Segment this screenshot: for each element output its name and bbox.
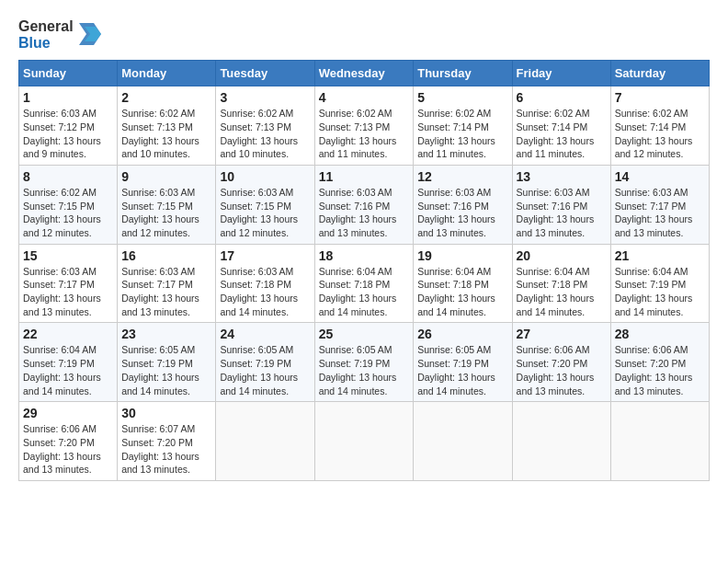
calendar-cell: 8 Sunrise: 6:02 AM Sunset: 7:15 PM Dayli…	[19, 165, 118, 244]
calendar-cell: 7 Sunrise: 6:02 AM Sunset: 7:14 PM Dayli…	[610, 86, 709, 166]
calendar-cell: 4 Sunrise: 6:02 AM Sunset: 7:13 PM Dayli…	[314, 86, 414, 166]
day-number: 24	[220, 327, 310, 341]
calendar-week-5: 29 Sunrise: 6:06 AM Sunset: 7:20 PM Dayl…	[19, 402, 710, 481]
day-number: 21	[615, 248, 705, 263]
day-info: Sunrise: 6:03 AM Sunset: 7:16 PM Dayligh…	[417, 186, 507, 240]
day-number: 13	[517, 169, 607, 184]
day-number: 17	[220, 248, 310, 263]
calendar-cell: 25 Sunrise: 6:05 AM Sunset: 7:19 PM Dayl…	[314, 323, 414, 402]
day-info: Sunrise: 6:03 AM Sunset: 7:16 PM Dayligh…	[319, 186, 410, 240]
day-info: Sunrise: 6:04 AM Sunset: 7:19 PM Dayligh…	[23, 343, 113, 397]
day-info: Sunrise: 6:03 AM Sunset: 7:17 PM Dayligh…	[121, 265, 211, 319]
day-number: 12	[417, 169, 507, 184]
day-number: 2	[121, 90, 211, 105]
day-number: 6	[517, 90, 607, 105]
calendar-cell: 17 Sunrise: 6:03 AM Sunset: 7:18 PM Dayl…	[216, 244, 314, 323]
day-info: Sunrise: 6:03 AM Sunset: 7:15 PM Dayligh…	[220, 186, 310, 240]
day-info: Sunrise: 6:06 AM Sunset: 7:20 PM Dayligh…	[23, 422, 113, 477]
calendar-cell: 19 Sunrise: 6:04 AM Sunset: 7:18 PM Dayl…	[414, 244, 512, 323]
calendar-cell: 2 Sunrise: 6:02 AM Sunset: 7:13 PM Dayli…	[118, 86, 216, 166]
calendar-header-thursday: Thursday	[414, 61, 512, 86]
calendar-cell: 10 Sunrise: 6:03 AM Sunset: 7:15 PM Dayl…	[216, 165, 314, 244]
day-info: Sunrise: 6:02 AM Sunset: 7:14 PM Dayligh…	[615, 107, 705, 161]
day-info: Sunrise: 6:03 AM Sunset: 7:15 PM Dayligh…	[121, 186, 211, 240]
day-info: Sunrise: 6:03 AM Sunset: 7:17 PM Dayligh…	[23, 265, 113, 319]
calendar-week-4: 22 Sunrise: 6:04 AM Sunset: 7:19 PM Dayl…	[19, 323, 710, 402]
calendar-cell: 13 Sunrise: 6:03 AM Sunset: 7:16 PM Dayl…	[512, 165, 610, 244]
calendar-cell	[414, 402, 512, 481]
day-number: 29	[23, 406, 113, 420]
calendar-week-2: 8 Sunrise: 6:02 AM Sunset: 7:15 PM Dayli…	[19, 165, 710, 244]
day-number: 20	[517, 248, 607, 263]
day-info: Sunrise: 6:02 AM Sunset: 7:13 PM Dayligh…	[220, 107, 310, 161]
calendar-cell: 20 Sunrise: 6:04 AM Sunset: 7:18 PM Dayl…	[512, 244, 610, 323]
calendar-cell: 27 Sunrise: 6:06 AM Sunset: 7:20 PM Dayl…	[512, 323, 610, 402]
calendar-cell: 14 Sunrise: 6:03 AM Sunset: 7:17 PM Dayl…	[610, 165, 709, 244]
calendar-cell: 30 Sunrise: 6:07 AM Sunset: 7:20 PM Dayl…	[118, 402, 216, 481]
logo-chevron-icon	[75, 21, 101, 49]
calendar-week-1: 1 Sunrise: 6:03 AM Sunset: 7:12 PM Dayli…	[19, 86, 710, 166]
calendar-header-row: SundayMondayTuesdayWednesdayThursdayFrid…	[19, 61, 710, 86]
day-number: 19	[417, 248, 507, 263]
calendar-cell	[610, 402, 709, 481]
day-info: Sunrise: 6:05 AM Sunset: 7:19 PM Dayligh…	[121, 343, 211, 397]
day-number: 1	[23, 90, 113, 105]
day-number: 22	[23, 327, 113, 341]
day-info: Sunrise: 6:03 AM Sunset: 7:18 PM Dayligh…	[220, 265, 310, 319]
day-info: Sunrise: 6:04 AM Sunset: 7:18 PM Dayligh…	[319, 265, 410, 319]
day-info: Sunrise: 6:05 AM Sunset: 7:19 PM Dayligh…	[220, 343, 310, 397]
day-info: Sunrise: 6:02 AM Sunset: 7:14 PM Dayligh…	[517, 107, 607, 161]
day-number: 3	[220, 90, 310, 105]
calendar-cell: 3 Sunrise: 6:02 AM Sunset: 7:13 PM Dayli…	[216, 86, 314, 166]
day-number: 25	[319, 327, 410, 341]
day-number: 14	[615, 169, 705, 184]
day-number: 4	[319, 90, 410, 105]
page-header: General Blue	[18, 18, 710, 51]
day-info: Sunrise: 6:06 AM Sunset: 7:20 PM Dayligh…	[517, 343, 607, 397]
day-number: 23	[121, 327, 211, 341]
calendar-week-3: 15 Sunrise: 6:03 AM Sunset: 7:17 PM Dayl…	[19, 244, 710, 323]
calendar-cell: 1 Sunrise: 6:03 AM Sunset: 7:12 PM Dayli…	[19, 86, 118, 166]
calendar-cell: 11 Sunrise: 6:03 AM Sunset: 7:16 PM Dayl…	[314, 165, 414, 244]
day-number: 26	[417, 327, 507, 341]
calendar-header-friday: Friday	[512, 61, 610, 86]
day-number: 15	[23, 248, 113, 263]
day-info: Sunrise: 6:07 AM Sunset: 7:20 PM Dayligh…	[121, 422, 211, 477]
day-info: Sunrise: 6:04 AM Sunset: 7:18 PM Dayligh…	[417, 265, 507, 319]
day-number: 18	[319, 248, 410, 263]
calendar-cell: 22 Sunrise: 6:04 AM Sunset: 7:19 PM Dayl…	[19, 323, 118, 402]
logo: General Blue	[18, 18, 101, 51]
day-info: Sunrise: 6:03 AM Sunset: 7:17 PM Dayligh…	[615, 186, 705, 240]
day-info: Sunrise: 6:06 AM Sunset: 7:20 PM Dayligh…	[615, 343, 705, 397]
logo-blue: Blue	[18, 35, 51, 52]
calendar-cell: 24 Sunrise: 6:05 AM Sunset: 7:19 PM Dayl…	[216, 323, 314, 402]
calendar-cell: 12 Sunrise: 6:03 AM Sunset: 7:16 PM Dayl…	[414, 165, 512, 244]
day-number: 30	[121, 406, 211, 420]
day-info: Sunrise: 6:04 AM Sunset: 7:18 PM Dayligh…	[517, 265, 607, 319]
calendar-cell: 16 Sunrise: 6:03 AM Sunset: 7:17 PM Dayl…	[118, 244, 216, 323]
calendar-cell: 6 Sunrise: 6:02 AM Sunset: 7:14 PM Dayli…	[512, 86, 610, 166]
calendar-cell: 23 Sunrise: 6:05 AM Sunset: 7:19 PM Dayl…	[118, 323, 216, 402]
calendar-cell: 15 Sunrise: 6:03 AM Sunset: 7:17 PM Dayl…	[19, 244, 118, 323]
day-info: Sunrise: 6:04 AM Sunset: 7:19 PM Dayligh…	[615, 265, 705, 319]
day-number: 16	[121, 248, 211, 263]
calendar-header-sunday: Sunday	[19, 61, 118, 86]
day-number: 8	[23, 169, 113, 184]
calendar-header-monday: Monday	[118, 61, 216, 86]
day-info: Sunrise: 6:05 AM Sunset: 7:19 PM Dayligh…	[417, 343, 507, 397]
calendar-cell: 26 Sunrise: 6:05 AM Sunset: 7:19 PM Dayl…	[414, 323, 512, 402]
day-number: 5	[417, 90, 507, 105]
calendar-header-saturday: Saturday	[610, 61, 709, 86]
logo-general: General	[18, 18, 74, 35]
calendar-header-tuesday: Tuesday	[216, 61, 314, 86]
day-info: Sunrise: 6:02 AM Sunset: 7:13 PM Dayligh…	[319, 107, 410, 161]
calendar-cell: 21 Sunrise: 6:04 AM Sunset: 7:19 PM Dayl…	[610, 244, 709, 323]
day-number: 28	[615, 327, 705, 341]
calendar-cell: 28 Sunrise: 6:06 AM Sunset: 7:20 PM Dayl…	[610, 323, 709, 402]
day-number: 10	[220, 169, 310, 184]
calendar-cell	[216, 402, 314, 481]
day-number: 7	[615, 90, 705, 105]
calendar-cell: 29 Sunrise: 6:06 AM Sunset: 7:20 PM Dayl…	[19, 402, 118, 481]
day-info: Sunrise: 6:03 AM Sunset: 7:16 PM Dayligh…	[517, 186, 607, 240]
calendar-cell	[314, 402, 414, 481]
